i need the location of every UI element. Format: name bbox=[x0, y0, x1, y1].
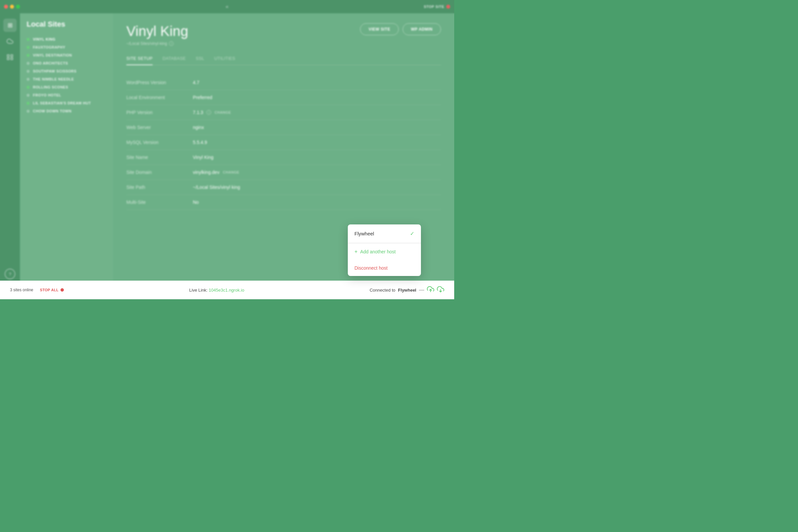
fullscreen-button[interactable] bbox=[16, 5, 20, 8]
sidebar-item-ono-architects[interactable]: ONO ARCHITECTS bbox=[20, 59, 113, 67]
icon-sidebar: ⊞ ? + bbox=[0, 13, 20, 299]
site-status-dot bbox=[26, 38, 30, 41]
site-status-dot bbox=[26, 94, 30, 97]
sidebar-item-cloud[interactable] bbox=[3, 35, 17, 48]
stop-all-button[interactable]: STOP ALL bbox=[40, 288, 64, 292]
site-name: ROLLING SCONES bbox=[33, 85, 68, 89]
connected-name: Flywheel bbox=[398, 288, 416, 292]
sidebar-item-help[interactable]: ? bbox=[5, 269, 15, 279]
site-name-value: Vinyl King bbox=[193, 155, 213, 160]
php-change-button[interactable]: CHANGE bbox=[214, 110, 231, 114]
sidebar-item-vinyl-destination[interactable]: VINYL DESTINATION bbox=[20, 51, 113, 59]
sidebar-item-chow-down-town[interactable]: CHOW DOWN TOWN bbox=[20, 107, 113, 115]
collapse-icon[interactable]: « bbox=[226, 4, 229, 10]
live-link-section: Live Link: 1045e3c1.ngrok.io bbox=[64, 288, 370, 292]
web-server-label: Web Server bbox=[126, 125, 193, 130]
info-row-mysql: MySQL Version 5.5.4.9 bbox=[126, 135, 441, 150]
minimize-button[interactable] bbox=[10, 5, 14, 8]
sidebar-item-froyo-hotel[interactable]: FROYO HOTEL bbox=[20, 91, 113, 99]
svg-rect-2 bbox=[7, 58, 9, 60]
stop-site-label: STOP SITE bbox=[424, 5, 444, 8]
path-text: ~/Local Sites/vinyl-king bbox=[126, 41, 167, 46]
wp-version-value: 4.7 bbox=[193, 80, 199, 85]
plus-icon: + bbox=[355, 249, 358, 255]
domain-change-button[interactable]: CHANGE bbox=[223, 170, 239, 174]
php-version-label: PHP Version bbox=[126, 110, 193, 115]
check-icon: ✓ bbox=[410, 230, 414, 237]
info-row-multisite: Multi-Site No bbox=[126, 195, 441, 210]
bottom-bar: 3 sites online STOP ALL Live Link: 1045e… bbox=[0, 281, 454, 299]
tabs: SITE SETUP DATABASE SSL UTILITIES bbox=[126, 56, 441, 65]
info-row-wordpress: WordPress Version 4.7 bbox=[126, 75, 441, 90]
page-path: ~/Local Sites/vinyl-king i bbox=[126, 41, 441, 46]
tab-site-setup[interactable]: SITE SETUP bbox=[126, 56, 153, 65]
site-domain-label: Site Domain bbox=[126, 170, 193, 175]
upload-icon[interactable] bbox=[427, 286, 434, 294]
site-status-dot bbox=[26, 102, 30, 105]
sidebar-item-sites[interactable]: ⊞ bbox=[3, 19, 17, 32]
live-link-url[interactable]: 1045e3c1.ngrok.io bbox=[209, 288, 244, 292]
stop-site-button[interactable]: STOP SITE bbox=[424, 5, 450, 8]
site-status-dot bbox=[26, 110, 30, 113]
multisite-value: No bbox=[193, 200, 199, 205]
site-info-table: WordPress Version 4.7 Local Environment … bbox=[126, 75, 441, 210]
disconnect-host-button[interactable]: Disconnect host bbox=[348, 260, 421, 276]
site-name: FROYO HOTEL bbox=[33, 93, 61, 97]
disconnect-dash-button[interactable]: — bbox=[419, 287, 424, 293]
info-row-site-name: Site Name Vinyl King bbox=[126, 150, 441, 165]
flywheel-label: Flywheel bbox=[355, 231, 374, 236]
tab-utilities[interactable]: UTILITIES bbox=[214, 56, 235, 65]
disconnect-host-label: Disconnect host bbox=[355, 265, 388, 271]
close-button[interactable] bbox=[4, 5, 8, 8]
info-row-php: PHP Version 7.1.3 i CHANGE bbox=[126, 105, 441, 120]
php-info-icon[interactable]: i bbox=[207, 110, 211, 115]
web-server-value: nginx bbox=[193, 125, 204, 130]
svg-rect-3 bbox=[11, 58, 13, 60]
wp-admin-button[interactable]: WP ADMIN bbox=[403, 23, 441, 35]
multisite-label: Multi-Site bbox=[126, 200, 193, 205]
site-name: SOUTHPAW SCISSORS bbox=[33, 69, 76, 73]
connected-to-label: Connected to bbox=[370, 288, 395, 292]
dropdown-flywheel-item[interactable]: Flywheel ✓ bbox=[348, 225, 421, 243]
sidebar-item-southpaw-scissors[interactable]: SOUTHPAW SCISSORS bbox=[20, 67, 113, 75]
site-name: CHOW DOWN TOWN bbox=[33, 109, 72, 113]
site-path-value: ~/Local Sites/vinyl king bbox=[193, 185, 240, 190]
site-status-dot bbox=[26, 78, 30, 81]
mysql-version-value: 5.5.4.9 bbox=[193, 140, 207, 145]
php-version-value: 7.1.3 i CHANGE bbox=[193, 110, 231, 115]
sidebar-item-rolling-scones[interactable]: ROLLING SCONES bbox=[20, 83, 113, 91]
svg-rect-0 bbox=[7, 55, 9, 57]
sidebar-item-lil-sebastian[interactable]: LIL SEBASTIAN'S DREAM HUT bbox=[20, 99, 113, 107]
site-domain-value: vinylking.dev CHANGE bbox=[193, 170, 240, 175]
local-env-label: Local Environment bbox=[126, 95, 193, 100]
path-info-icon[interactable]: i bbox=[169, 41, 174, 46]
action-buttons: VIEW SITE WP ADMIN bbox=[360, 23, 441, 35]
sidebar-item-vinyl-king[interactable]: VINYL KING bbox=[20, 35, 113, 43]
info-row-site-domain: Site Domain vinylking.dev CHANGE bbox=[126, 165, 441, 180]
tab-database[interactable]: DATABASE bbox=[163, 56, 186, 65]
host-dropdown-popup: Flywheel ✓ + Add another host Disconnect… bbox=[348, 225, 421, 276]
info-row-site-path: Site Path ~/Local Sites/vinyl king bbox=[126, 180, 441, 195]
download-icon[interactable] bbox=[437, 286, 444, 294]
view-site-button[interactable]: VIEW SITE bbox=[360, 23, 398, 35]
traffic-lights bbox=[4, 5, 20, 8]
local-env-value: Preferred bbox=[193, 95, 212, 100]
live-link-label: Live Link: bbox=[189, 288, 208, 292]
sidebar-item-plugins[interactable] bbox=[3, 51, 17, 64]
stop-site-dot bbox=[446, 5, 450, 8]
site-status-dot bbox=[26, 70, 30, 73]
tab-ssl[interactable]: SSL bbox=[196, 56, 204, 65]
stop-all-dot bbox=[60, 288, 64, 291]
sites-online-count: 3 sites online bbox=[10, 288, 33, 292]
add-another-host-button[interactable]: + Add another host bbox=[348, 243, 421, 260]
add-another-host-label: Add another host bbox=[360, 249, 396, 254]
site-status-dot bbox=[26, 86, 30, 89]
site-name: THE NIMBLE NEEDLE bbox=[33, 77, 74, 81]
site-path-label: Site Path bbox=[126, 185, 193, 190]
site-name: ONO ARCHITECTS bbox=[33, 61, 68, 65]
site-name: VINYL KING bbox=[33, 37, 56, 41]
sidebar-item-fauxtography[interactable]: FAUXTOGRAPHY bbox=[20, 43, 113, 51]
site-status-dot bbox=[26, 62, 30, 65]
sidebar-item-nimble-needle[interactable]: THE NIMBLE NEEDLE bbox=[20, 75, 113, 83]
title-bar: « STOP SITE bbox=[0, 0, 454, 13]
